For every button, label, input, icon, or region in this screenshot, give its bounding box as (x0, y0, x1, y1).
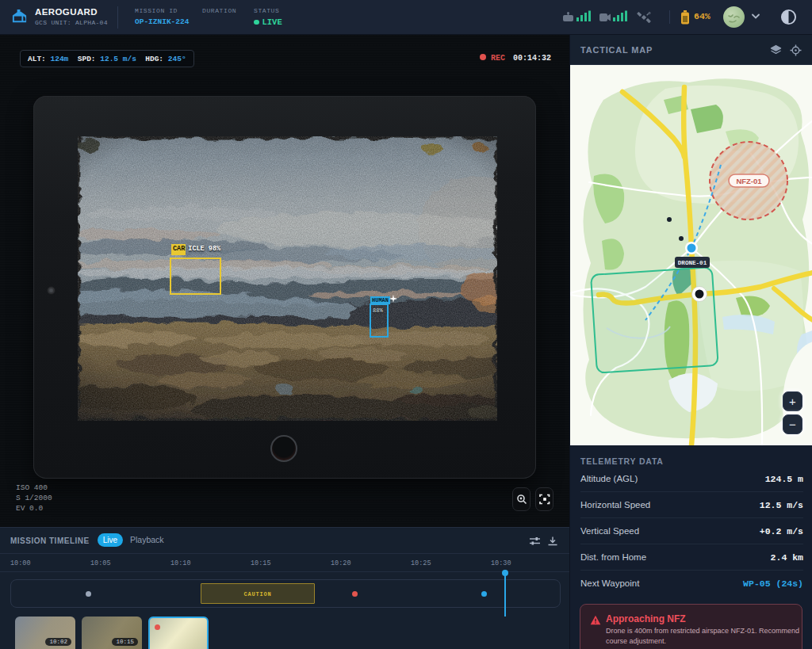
svg-text:NFZ-01: NFZ-01 (736, 177, 762, 185)
svg-text:DRONE-01: DRONE-01 (678, 260, 707, 266)
